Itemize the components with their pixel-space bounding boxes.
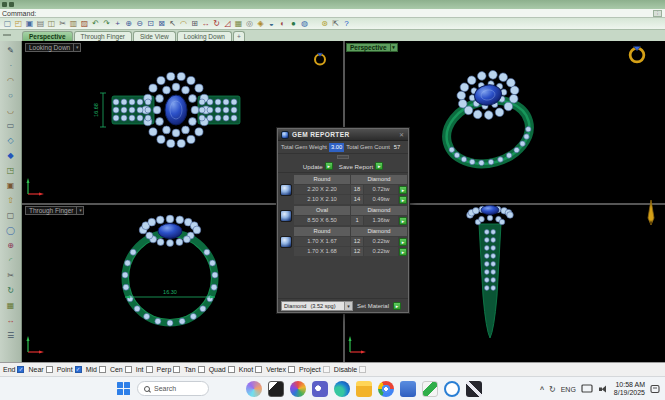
gem-reporter-titlebar[interactable]: GEM REPORTER ✕ [278,129,408,141]
studio-icon[interactable] [466,381,482,397]
print-icon[interactable]: ▤ [35,18,46,29]
open-file-icon[interactable]: ◰ [13,18,24,29]
dropdown-arrow-icon[interactable]: ▾ [76,207,83,214]
osnap-checkbox[interactable] [288,366,295,373]
surface-tool-icon[interactable]: ◳ [4,163,18,178]
tab-looking-down[interactable]: Looking Down [177,31,232,41]
save-icon[interactable]: ▣ [24,18,35,29]
paste-icon[interactable]: ▥ [68,18,79,29]
delete-icon[interactable]: ▨ [79,18,90,29]
tab-add[interactable]: + [233,31,245,41]
copilot-icon[interactable] [246,381,262,397]
grid-icon[interactable]: ▦ [233,18,244,29]
viewport-label-through-finger[interactable]: Through Finger ▾ [25,206,84,215]
properties-tool-icon[interactable]: ☰ [4,328,18,343]
undo-icon[interactable]: ↶ [90,18,101,29]
pan-icon[interactable]: + [112,18,123,29]
zoom-window-icon[interactable]: ⊡ [145,18,156,29]
tab-side-view[interactable]: Side View [133,31,176,41]
dropdown-arrow-icon[interactable]: ▾ [390,44,397,51]
zoom-out-icon[interactable]: ⊖ [134,18,145,29]
solid-tool-icon[interactable]: ▣ [4,178,18,193]
boolean-tool-icon[interactable]: ⊕ [4,238,18,253]
render-icon[interactable]: ● [288,18,299,29]
language-indicator[interactable]: ENG [561,386,576,393]
gem-table-row[interactable]: 8.50 X 6.5011.36tw▸ [294,216,407,225]
new-file-icon[interactable]: ▢ [2,18,13,29]
osnap-checkbox[interactable] [255,366,262,373]
command-row[interactable]: Command: ⁝ [0,9,665,18]
update-button[interactable]: ▸ [325,162,333,170]
viewport-label-looking-down[interactable]: Looking Down ▾ [25,43,81,52]
rotate-icon[interactable]: ↻ [211,18,222,29]
ring-tool-icon[interactable] [626,42,648,64]
total-weight-value[interactable]: 3.00 [329,143,344,152]
app-blue-icon[interactable] [400,381,416,397]
osnap-checkbox[interactable] [359,366,366,373]
gem-reporter-dialog[interactable]: GEM REPORTER ✕ Total Gem Weight 3.00 Tot… [277,128,409,313]
gem-table-row[interactable]: 1.70 X 1.68120.22tw▸ [294,247,407,256]
osnap-checkbox[interactable] [99,366,106,373]
circle-tool-icon[interactable]: ○ [4,88,18,103]
viewport-label-perspective[interactable]: Perspective ▾ [346,43,398,52]
notification-icon[interactable] [650,384,661,395]
help-icon[interactable]: ? [341,18,352,29]
osnap-toggle-icon[interactable]: ◎ [244,18,255,29]
tab-through-finger[interactable]: Through Finger [74,31,132,41]
lock-icon[interactable]: ◈ [255,18,266,29]
save-report-button[interactable]: ▸ [375,162,383,170]
dimension-tool-icon[interactable]: ↔ [4,313,18,328]
gem-tool-icon[interactable]: ◆ [4,148,18,163]
display-icon[interactable] [581,384,593,394]
start-button[interactable] [117,382,130,395]
close-icon[interactable]: ✕ [398,131,405,138]
dropdown-arrow-icon[interactable]: ▾ [344,302,352,310]
history-tool-icon[interactable]: ↻ [4,283,18,298]
gem-row-action-button[interactable]: ▸ [399,248,407,256]
teams-icon[interactable] [312,381,328,397]
task-view-icon[interactable] [268,381,284,397]
cut-icon[interactable]: ✂ [57,18,68,29]
osnap-checkbox[interactable] [198,366,205,373]
command-scrollbar[interactable]: ⁝ [653,10,662,17]
trim-tool-icon[interactable]: ✂ [4,268,18,283]
zoom-in-icon[interactable]: ⊕ [123,18,134,29]
gem-row-action-button[interactable]: ▸ [399,217,407,225]
material-dropdown[interactable]: Diamond (3.52 spg) ▾ [281,301,353,311]
osnap-checkbox[interactable] [146,366,153,373]
rectangle-tool-icon[interactable]: ▭ [4,118,18,133]
array-tool-icon[interactable]: ▦ [4,298,18,313]
sphere-tool-icon[interactable]: ◯ [4,223,18,238]
osnap-checkbox[interactable] [46,366,53,373]
osnap-checkbox[interactable] [228,366,235,373]
extrude-tool-icon[interactable]: ⇧ [4,193,18,208]
taskbar-search[interactable]: Search [137,381,209,396]
move-icon[interactable]: ↔ [200,18,211,29]
copy-icon[interactable]: ◫ [46,18,57,29]
redo-icon[interactable]: ↷ [101,18,112,29]
edge-icon[interactable] [334,381,350,397]
options-icon[interactable]: ⊛ [319,18,330,29]
gem-row-action-button[interactable]: ▸ [399,186,407,194]
select-icon[interactable]: ↖ [167,18,178,29]
hide-icon[interactable]: ◒ [266,18,277,29]
taskbar-clock[interactable]: 10:58 AM 8/19/2025 [614,381,645,397]
history-icon[interactable] [2,2,7,7]
lasso-select-icon[interactable]: ◠ [178,18,189,29]
scale-icon[interactable]: ◿ [222,18,233,29]
osnap-checkbox[interactable] [125,366,132,373]
gem-row-action-button[interactable]: ▸ [399,196,407,204]
box-tool-icon[interactable]: ▢ [4,208,18,223]
gem-table-row[interactable]: 2.20 X 2.20180.72tw▸ [294,185,407,194]
layers-icon[interactable]: ⊞ [189,18,200,29]
matrix-icon[interactable] [422,381,438,397]
arc-tool-icon[interactable]: ◠ [4,73,18,88]
diamond-tool-icon[interactable]: ◇ [4,133,18,148]
fillet-tool-icon[interactable]: ◜ [4,253,18,268]
file-explorer-icon[interactable] [356,381,372,397]
tab-perspective[interactable]: Perspective [22,31,73,41]
pen-tool-icon[interactable]: ✎ [4,43,18,58]
pointer-tool-icon[interactable]: ⇱ [330,18,341,29]
tray-sync-icon[interactable]: ↻ [549,385,556,394]
ring-builder-icon[interactable] [312,50,328,66]
